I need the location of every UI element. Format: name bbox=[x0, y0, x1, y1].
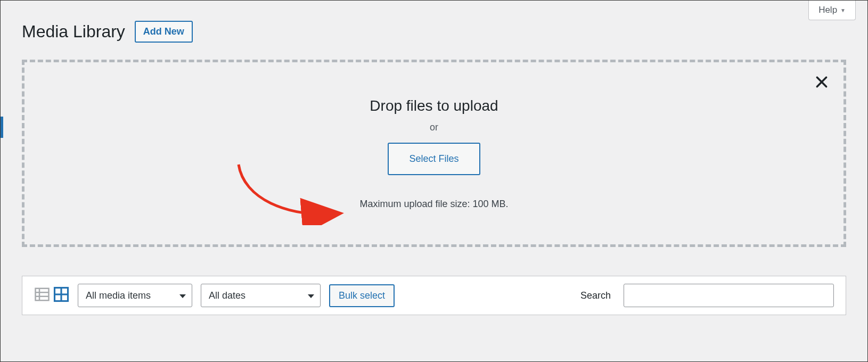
help-label: Help bbox=[818, 5, 837, 15]
max-upload-size-text: Maximum upload file size: 100 MB. bbox=[359, 199, 508, 210]
filter-media-select[interactable]: All media items bbox=[78, 284, 192, 307]
search-input[interactable] bbox=[624, 284, 834, 307]
dropzone-or-text: or bbox=[430, 122, 438, 133]
grid-view-icon bbox=[53, 286, 69, 302]
annotation-arrow-icon bbox=[228, 161, 350, 225]
page-title: Media Library bbox=[22, 22, 125, 42]
list-view-button[interactable] bbox=[34, 286, 50, 305]
caret-down-icon: ▼ bbox=[840, 7, 846, 13]
filter-media-select-wrap: All media items bbox=[78, 284, 192, 307]
close-dropzone-button[interactable] bbox=[815, 75, 829, 91]
close-icon bbox=[815, 75, 829, 89]
help-tab[interactable]: Help ▼ bbox=[808, 1, 856, 20]
sidebar-active-indicator bbox=[1, 117, 3, 138]
search-label: Search bbox=[580, 290, 611, 301]
bulk-select-button[interactable]: Bulk select bbox=[329, 284, 395, 307]
filter-dates-select-wrap: All dates bbox=[201, 284, 321, 307]
dropzone-heading: Drop files to upload bbox=[370, 97, 498, 114]
upload-dropzone[interactable]: Drop files to upload or Select Files Max… bbox=[22, 60, 846, 247]
select-files-button[interactable]: Select Files bbox=[388, 143, 480, 175]
media-toolbar: All media items All dates Bulk select Se… bbox=[22, 276, 846, 315]
add-new-button[interactable]: Add New bbox=[135, 21, 193, 43]
page-header: Media Library Add New bbox=[1, 1, 867, 43]
svg-rect-1 bbox=[36, 289, 49, 301]
view-toggle bbox=[34, 286, 69, 305]
grid-view-button[interactable] bbox=[53, 286, 69, 305]
filter-dates-select[interactable]: All dates bbox=[201, 284, 321, 307]
list-view-icon bbox=[34, 286, 50, 302]
